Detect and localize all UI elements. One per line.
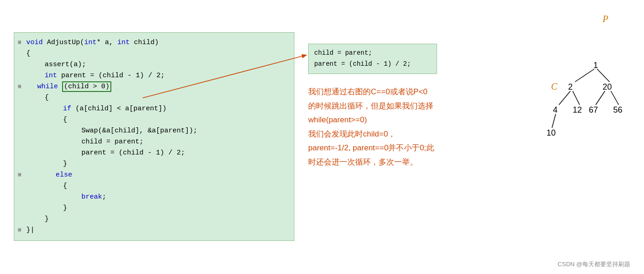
code-line-12: } bbox=[14, 159, 294, 170]
code-line-17: } bbox=[14, 214, 294, 225]
code-line-7: if (a[child] < a[parent]) bbox=[14, 103, 294, 114]
code-line-3: assert(a); bbox=[14, 59, 294, 70]
svg-line-1 bbox=[575, 69, 594, 82]
popup-line-2: parent = (child - 1) / 2; bbox=[314, 59, 431, 70]
code-line-break: break; bbox=[14, 192, 294, 203]
tree-node-root: 1 bbox=[593, 61, 598, 70]
code-line-2: { bbox=[14, 48, 294, 59]
code-line-11: parent = (child - 1) / 2; bbox=[14, 148, 294, 159]
code-line-else: ▣ else bbox=[14, 170, 294, 181]
tree-node-56: 56 bbox=[613, 105, 622, 114]
tree-node-67: 67 bbox=[589, 105, 598, 114]
explanation-text: 我们想通过右图的C==0或者说P<0 的时候跳出循环，但是如果我们选择 whil… bbox=[308, 85, 575, 170]
code-line-10: child = parent; bbox=[14, 137, 294, 148]
code-block: ▣ void AdjustUp(int* a, int child) { ass… bbox=[14, 32, 294, 241]
popup-line-1: child = parent; bbox=[314, 48, 431, 59]
code-line-8: { bbox=[14, 114, 294, 126]
svg-line-2 bbox=[597, 69, 610, 82]
svg-line-5 bbox=[596, 91, 605, 105]
code-line-6: { bbox=[14, 92, 294, 103]
code-line-16: } bbox=[14, 203, 294, 214]
code-line-18: ▣ }| bbox=[14, 225, 294, 236]
code-line-14: { bbox=[14, 181, 294, 192]
code-line-9: Swap(&a[child], &a[parent]); bbox=[14, 126, 294, 137]
tree-node-20: 20 bbox=[603, 82, 612, 91]
tree-p-label: P bbox=[602, 14, 608, 24]
popup-code-box: child = parent; parent = (child - 1) / 2… bbox=[308, 44, 437, 74]
code-line-1: ▣ void AdjustUp(int* a, int child) bbox=[14, 37, 294, 48]
svg-line-6 bbox=[611, 91, 619, 105]
code-line-while: ▣ while (child > 0) bbox=[14, 81, 294, 92]
footer-text: CSDN @每天都要坚持刷题 bbox=[558, 260, 630, 268]
code-line-4: int parent = (child - 1) / 2; bbox=[14, 70, 294, 81]
